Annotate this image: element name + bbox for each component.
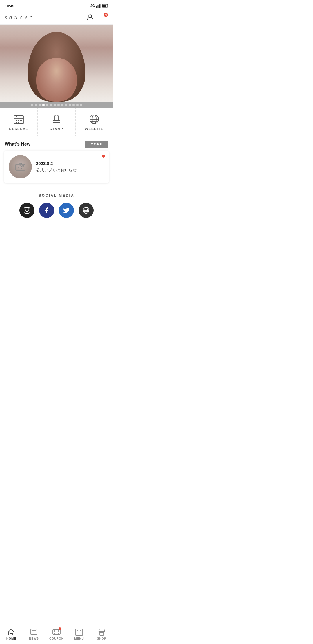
more-button[interactable]: MORE [85, 141, 108, 148]
svg-rect-2 [99, 4, 100, 8]
reserve-button[interactable]: RESERVE [0, 108, 38, 136]
svg-point-7 [89, 15, 92, 17]
news-thumb-image [9, 155, 32, 178]
stamp-icon [51, 114, 62, 125]
instagram-button[interactable] [19, 203, 34, 218]
svg-rect-0 [96, 6, 97, 8]
twitter-icon [63, 207, 70, 214]
facebook-button[interactable] [39, 203, 54, 218]
unread-dot [102, 155, 105, 158]
signal-icon [96, 4, 101, 8]
news-card[interactable]: 2023.8.2 公式アプリのお知らせ [4, 151, 109, 183]
hero-banner[interactable] [0, 25, 113, 102]
action-row: RESERVE STAMP WEBSITE [0, 108, 113, 136]
svg-rect-16 [18, 120, 19, 121]
svg-point-32 [28, 209, 29, 209]
svg-rect-18 [16, 122, 17, 123]
dot-1[interactable] [35, 104, 37, 106]
dot-3[interactable] [42, 104, 45, 106]
svg-rect-1 [98, 5, 99, 8]
website-button[interactable]: WEBSITE [76, 108, 113, 136]
social-media-section: SOCIAL MEDIA [0, 188, 113, 227]
stamp-label: STAMP [50, 127, 63, 131]
news-thumbnail [9, 155, 32, 178]
status-bar: 10:45 3G [0, 0, 113, 10]
svg-rect-17 [20, 120, 22, 121]
dot-7[interactable] [57, 104, 60, 106]
globe-icon [89, 114, 100, 125]
dot-8[interactable] [61, 104, 63, 106]
website-label: WEBSITE [85, 127, 103, 131]
website-social-button[interactable] [79, 203, 94, 218]
svg-rect-30 [24, 207, 30, 213]
dot-0[interactable] [31, 104, 33, 106]
status-icons: 3G [90, 4, 108, 8]
profile-button[interactable] [85, 12, 95, 22]
social-icons-row [5, 203, 108, 218]
hero-image [0, 25, 113, 102]
instagram-icon [23, 207, 30, 214]
top-nav: saucer N [0, 10, 113, 25]
svg-rect-15 [16, 120, 17, 121]
dot-2[interactable] [39, 104, 41, 106]
dot-10[interactable] [69, 104, 71, 106]
notification-badge: N [104, 13, 108, 17]
dot-4[interactable] [46, 104, 48, 106]
twitter-button[interactable] [59, 203, 74, 218]
facebook-icon [43, 207, 50, 214]
svg-rect-6 [108, 5, 108, 6]
globe-social-icon [83, 207, 90, 214]
status-time: 10:45 [5, 4, 14, 8]
dot-11[interactable] [72, 104, 75, 106]
news-date: 2023.8.2 [36, 161, 104, 166]
battery-icon [102, 4, 108, 8]
news-text: 公式アプリのお知らせ [36, 168, 104, 173]
svg-point-31 [26, 209, 28, 212]
stamp-button[interactable]: STAMP [38, 108, 75, 136]
svg-rect-5 [102, 5, 106, 7]
svg-rect-29 [23, 165, 24, 166]
reserve-label: RESERVE [9, 127, 28, 131]
svg-rect-3 [100, 4, 101, 8]
dot-6[interactable] [54, 104, 56, 106]
dot-9[interactable] [65, 104, 67, 106]
whats-new-title: What's New [5, 142, 30, 147]
nav-icons: N [85, 12, 108, 22]
calendar-icon [13, 114, 24, 125]
network-indicator: 3G [90, 4, 95, 8]
dot-5[interactable] [50, 104, 52, 106]
dot-13[interactable] [80, 104, 82, 106]
carousel-dots [0, 102, 113, 108]
svg-rect-19 [18, 122, 19, 123]
menu-button[interactable]: N [99, 12, 108, 22]
svg-point-28 [19, 166, 22, 169]
news-content: 2023.8.2 公式アプリのお知らせ [36, 161, 104, 173]
person-icon [86, 13, 94, 21]
dot-12[interactable] [76, 104, 79, 106]
social-media-title: SOCIAL MEDIA [5, 193, 108, 198]
app-logo: saucer [5, 14, 34, 21]
whats-new-header: What's New MORE [0, 136, 113, 151]
